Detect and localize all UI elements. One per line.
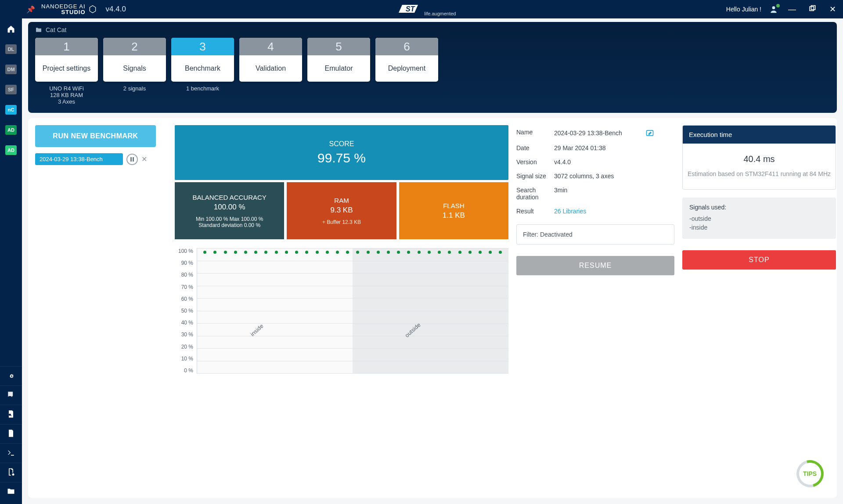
sidebar-chat[interactable]: [0, 385, 22, 403]
step-number: 3: [171, 38, 234, 55]
y-tick: 90 %: [181, 260, 193, 266]
window-close-button[interactable]: ✕: [826, 3, 839, 15]
chart-point: [336, 251, 339, 254]
stop-button[interactable]: STOP: [682, 250, 836, 270]
folder-icon: [35, 26, 42, 33]
app-version: v4.4.0: [106, 5, 126, 14]
info-result-label: Result: [516, 208, 554, 215]
sidebar-tag-nc[interactable]: nC: [3, 102, 19, 118]
chart-point: [264, 251, 267, 254]
sidebar-doc-gear[interactable]: [0, 463, 22, 480]
st-tagline: life.augmented: [424, 11, 456, 16]
step-6[interactable]: 6 Deployment: [375, 38, 438, 85]
sidebar-doc-search[interactable]: [0, 405, 22, 422]
chart-point: [418, 251, 421, 254]
chart-point: [254, 251, 257, 254]
chart-point: [213, 251, 216, 254]
step-3[interactable]: 3 Benchmark 1 benchmark: [171, 38, 234, 92]
pause-icon: [130, 157, 134, 162]
chart-point: [387, 251, 390, 254]
ram-sub: + Buffer 12.3 KB: [322, 219, 361, 225]
pin-icon[interactable]: 📌: [26, 5, 35, 14]
chart-point: [479, 251, 482, 254]
step-number: 6: [375, 38, 438, 55]
tips-badge[interactable]: TIPS: [792, 455, 829, 493]
sidebar-doc[interactable]: [0, 424, 22, 442]
sidebar-tag-ad1[interactable]: AD: [3, 122, 19, 138]
sidebar-tag-sf[interactable]: SF: [3, 82, 19, 97]
sidebar-tag-dl[interactable]: DL: [3, 41, 19, 57]
y-tick: 0 %: [184, 367, 193, 374]
sidebar-settings[interactable]: [0, 366, 22, 384]
step-label: Benchmark: [171, 55, 234, 82]
step-label: Signals: [103, 55, 166, 82]
chart-point: [285, 251, 288, 254]
filter-box[interactable]: Filter: Deactivated: [516, 224, 674, 245]
chart-point: [448, 251, 451, 254]
y-tick: 100 %: [178, 248, 193, 254]
y-tick: 50 %: [181, 308, 193, 314]
execution-card: Execution time 40.4 ms Estimation based …: [682, 125, 836, 190]
chart-y-axis: 100 %90 %80 %70 %60 %50 %40 %30 %20 %10 …: [175, 248, 197, 374]
step-5[interactable]: 5 Emulator: [307, 38, 370, 85]
info-duration-value: 3min: [554, 187, 674, 194]
benchmark-name-input[interactable]: [554, 130, 642, 137]
info-date-value: 29 Mar 2024 01:38: [554, 144, 674, 151]
chart-point: [356, 251, 359, 254]
window-maximize-button[interactable]: [806, 3, 818, 15]
sidebar-tag-dm[interactable]: DM: [3, 61, 19, 77]
sidebar-terminal[interactable]: [0, 443, 22, 461]
chart-point: [295, 251, 298, 254]
breadcrumb-project: Cat Cat: [46, 26, 66, 33]
chart-point: [224, 251, 227, 254]
accuracy-sub1: Min 100.00 % Max 100.00 %: [196, 216, 263, 222]
chart-point: [468, 251, 472, 254]
sidebar-tag-ad2[interactable]: AD: [3, 142, 19, 158]
ram-value: 9.3 KB: [330, 206, 353, 215]
step-number: 2: [103, 38, 166, 55]
run-benchmark-button[interactable]: RUN NEW BENCHMARK: [35, 125, 156, 147]
step-2[interactable]: 2 Signals 2 signals: [103, 38, 166, 92]
info-result-link[interactable]: 26 Libraries: [554, 208, 586, 215]
y-tick: 10 %: [181, 356, 193, 362]
online-dot-icon: [776, 4, 780, 7]
chart-x-axis: inside outside: [197, 374, 508, 391]
st-logo: ST life.augmented: [396, 2, 456, 16]
svg-point-1: [772, 6, 775, 9]
step-1[interactable]: 1 Project settings UNO R4 WiFi 128 KB RA…: [35, 38, 98, 105]
pause-button[interactable]: [126, 154, 138, 165]
sidebar-folder[interactable]: [0, 482, 22, 500]
user-icon[interactable]: [769, 5, 778, 14]
info-duration-label: Search duration: [516, 187, 554, 201]
step-number: 1: [35, 38, 98, 55]
step-4[interactable]: 4 Validation: [239, 38, 302, 85]
ram-tile: RAM 9.3 KB + Buffer 12.3 KB: [287, 182, 396, 239]
y-tick: 60 %: [181, 296, 193, 302]
execution-value: 40.4 ms: [687, 154, 831, 164]
close-benchmark-button[interactable]: ✕: [141, 155, 147, 163]
y-tick: 30 %: [181, 331, 193, 338]
steps-row: 1 Project settings UNO R4 WiFi 128 KB RA…: [35, 38, 830, 105]
window-minimize-button[interactable]: —: [786, 3, 798, 15]
step-sub: 1 benchmark: [186, 85, 219, 92]
hexagon-icon: [88, 5, 97, 14]
y-tick: 20 %: [181, 344, 193, 350]
step-label: Emulator: [307, 55, 370, 82]
chart-point: [458, 251, 461, 254]
info-size-label: Signal size: [516, 173, 554, 180]
rename-icon[interactable]: [645, 129, 654, 137]
score-tile: SCORE 99.75 %: [175, 125, 508, 180]
info-name-label: Name: [516, 129, 554, 136]
sidebar-home[interactable]: [3, 21, 19, 37]
breadcrumb[interactable]: Cat Cat: [35, 26, 830, 33]
titlebar: 📌 NANOEDGE AI STUDIO v4.4.0 ST life.augm…: [0, 0, 843, 18]
st-logo-icon: ST: [396, 2, 421, 15]
chart-point: [397, 251, 400, 254]
hello-user: Hello Julian !: [726, 6, 761, 13]
info-version-label: Version: [516, 158, 554, 166]
svg-rect-3: [811, 6, 815, 10]
resume-button[interactable]: RESUME: [516, 256, 674, 275]
step-sub: UNO R4 WiFi 128 KB RAM 3 Axes: [49, 85, 84, 105]
info-date-label: Date: [516, 144, 554, 151]
benchmark-tag[interactable]: 2024-03-29 13:38-Bench: [35, 153, 123, 165]
